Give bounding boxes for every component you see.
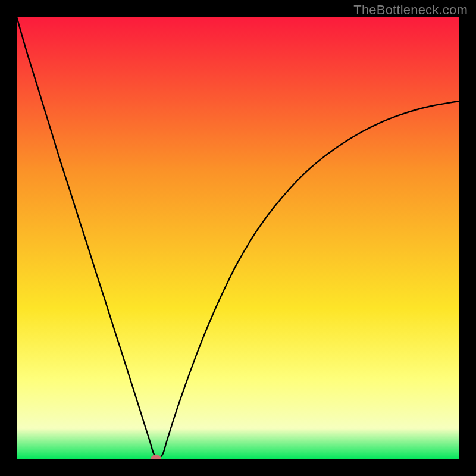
chart-svg xyxy=(17,17,459,459)
chart-frame: TheBottleneck.com xyxy=(0,0,476,476)
plot-area xyxy=(17,17,459,459)
watermark-text: TheBottleneck.com xyxy=(353,2,468,18)
gradient-background xyxy=(17,17,459,459)
optimum-marker xyxy=(151,455,161,459)
